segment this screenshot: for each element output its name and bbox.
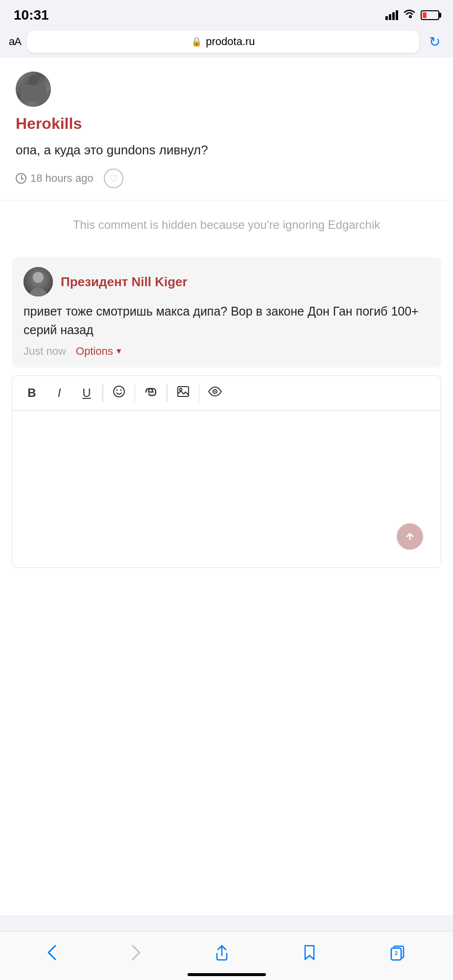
toolbar-divider-3 [167,384,167,402]
reply-time: Just now [24,345,66,358]
bold-icon: B [27,386,36,400]
address-aa-button[interactable]: aA [9,35,21,48]
comment-time: 18 hours ago [16,172,93,185]
options-label: Options [76,345,113,358]
url-text: prodota.ru [206,35,255,48]
options-button[interactable]: Options ▼ [76,345,123,358]
image-button[interactable] [169,381,197,405]
editor-block: B I U [12,375,441,568]
svg-point-7 [215,391,216,392]
battery-fill [423,12,427,18]
editor-textarea[interactable] [12,411,441,567]
heart-icon: ♡ [109,172,118,184]
lock-icon: 🔒 [191,36,202,47]
wifi-icon [403,9,416,22]
svg-rect-4 [178,387,189,396]
svg-text:2: 2 [395,950,398,956]
bottom-nav: 2 [0,931,453,980]
share-button[interactable] [205,940,239,965]
image-icon [177,386,190,400]
forward-button[interactable] [121,940,151,965]
like-button[interactable]: ♡ [104,169,123,188]
bold-button[interactable]: B [18,381,46,405]
back-button[interactable] [37,940,67,965]
bookmark-button[interactable] [293,940,326,965]
hidden-comment-text: This comment is hidden because you're ig… [24,216,429,234]
toolbar-divider-1 [102,384,103,402]
address-bar: aA 🔒 prodota.ru ↻ [0,27,453,58]
comment-header [16,72,437,107]
status-time: 10:31 [14,7,49,23]
svg-point-2 [120,390,121,391]
toolbar-divider-2 [135,384,136,402]
emoji-icon [113,385,125,401]
toolbar-divider-4 [199,384,200,402]
clock-icon [16,173,26,184]
emoji-button[interactable] [105,381,133,405]
link-button[interactable] [137,381,165,405]
signal-bars-icon [385,10,398,20]
reply-text: привет тоже смотришь макса дипа? Вор в з… [24,302,429,339]
hidden-comment-block: This comment is hidden because you're ig… [0,200,453,249]
link-icon [144,386,158,400]
svg-point-5 [179,389,182,391]
editor-wrapper [12,411,441,567]
reply-meta: Just now Options ▼ [24,345,429,358]
status-icons [385,9,439,22]
editor-toolbar: B I U [12,376,441,411]
italic-icon: I [58,386,61,400]
spoiler-button[interactable] [201,381,229,405]
reply-avatar-image [24,267,53,296]
reply-avatar [24,267,53,296]
reply-username[interactable]: Президент Nill Kiger [61,274,188,290]
reply-block: Президент Nill Kiger привет тоже смотриш… [12,257,441,368]
url-bar[interactable]: 🔒 prodota.ru [27,30,419,53]
underline-icon: U [82,386,91,400]
comment-username[interactable]: Herokills [16,115,437,133]
avatar-image [16,72,51,107]
options-arrow-icon: ▼ [115,347,123,356]
tabs-button[interactable]: 2 [380,940,416,965]
main-content: Herokills опа, а куда это gundons ливнул… [0,58,453,915]
battery-icon [421,10,439,20]
comment-meta: 18 hours ago ♡ [16,169,437,188]
reply-header: Президент Nill Kiger [24,267,429,296]
status-bar: 10:31 [0,0,453,27]
comment-text: опа, а куда это gundons ливнул? [16,141,437,160]
svg-point-0 [114,386,124,397]
underline-button[interactable]: U [73,381,100,405]
avatar [16,72,51,107]
refresh-button[interactable]: ↻ [425,32,444,52]
italic-button[interactable]: I [46,381,73,405]
time-ago-label: 18 hours ago [30,172,93,185]
svg-point-1 [116,390,118,391]
comment-block: Herokills опа, а куда это gundons ливнул… [0,58,453,200]
scroll-top-button[interactable] [397,523,423,550]
home-indicator [188,973,266,976]
eye-icon [208,386,222,400]
